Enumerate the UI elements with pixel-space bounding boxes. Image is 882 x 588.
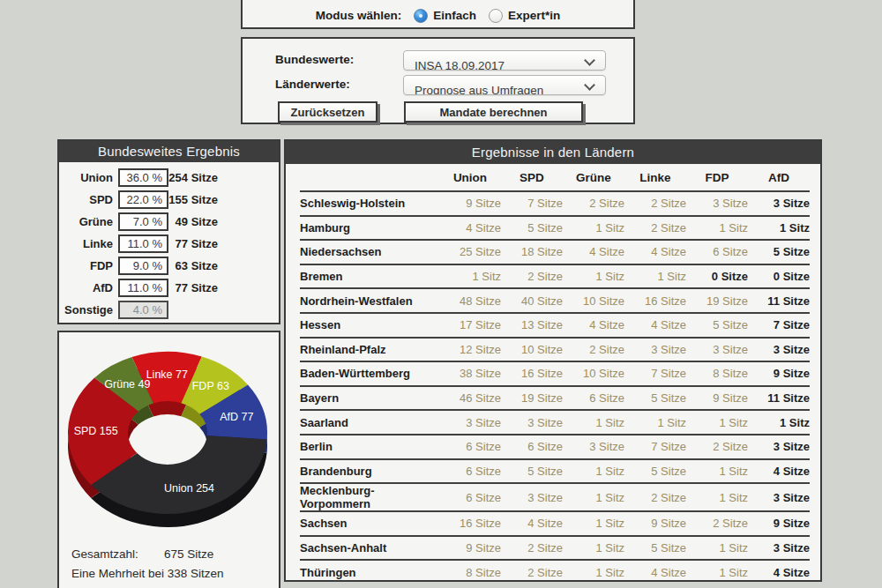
- state-column-header: [300, 164, 439, 191]
- seats-cell: 2 Sitze: [501, 560, 563, 584]
- state-name: Sachsen: [300, 511, 439, 536]
- seats-cell: 1 Sitz: [563, 410, 624, 435]
- seats-cell: 7 Sitze: [624, 435, 686, 459]
- radio-option-einfach[interactable]: Einfach: [414, 9, 476, 23]
- majority-text: Eine Mehrheit bei: [71, 567, 164, 580]
- seats-cell: 16 Sitze: [439, 511, 501, 536]
- bundeswerte-select[interactable]: INSA 18.09.2017: [403, 50, 606, 71]
- reset-button[interactable]: Zurücksetzen: [278, 101, 377, 123]
- seats-cell: 4 Sitze: [624, 313, 686, 338]
- seats-cell: 5 Sitze: [501, 216, 563, 241]
- seats-cell: 6 Sitze: [686, 240, 748, 264]
- table-row: Mecklenburg-Vorpommern6 Sitze3 Sitze1 Si…: [300, 483, 810, 511]
- seats-cell: 1 Sitz: [563, 459, 624, 484]
- chevron-down-icon: [584, 55, 595, 66]
- seats-cell: 3 Sitze: [686, 338, 748, 362]
- seats-cell: 2 Sitze: [686, 435, 748, 459]
- seats-cell: 19 Sitze: [686, 288, 748, 313]
- seats-cell: 6 Sitze: [439, 435, 501, 459]
- seats-cell: 3 Sitze: [624, 338, 686, 362]
- seats-cell: 6 Sitze: [439, 459, 501, 484]
- seats-cell: 8 Sitze: [439, 560, 501, 584]
- donut-label-spd: SPD 155: [74, 425, 118, 437]
- total-seats-value: 675 Sitze: [164, 547, 213, 561]
- laenderwerte-select[interactable]: Prognose aus Umfragen: [403, 75, 606, 95]
- bundeswerte-label: Bundeswerte:: [275, 53, 354, 66]
- seats-cell: 2 Sitze: [624, 191, 686, 216]
- seats-cell: 1 Sitz: [563, 536, 624, 561]
- chevron-down-icon: [584, 79, 595, 91]
- table-row: Hamburg4 Sitze5 Sitze1 Sitz2 Sitze1 Sitz…: [300, 216, 810, 241]
- seats-cell: 1 Sitz: [563, 216, 624, 241]
- seats-cell: 9 Sitze: [748, 361, 810, 386]
- seats-cell: 1 Sitz: [624, 264, 686, 289]
- table-row: Bremen1 Sitz2 Sitze1 Sitz1 Sitz0 Sitze0 …: [300, 264, 810, 289]
- state-name: Bayern: [300, 386, 439, 411]
- seats-cell: 5 Sitze: [501, 459, 563, 484]
- chart-totals: Gesamtzahl:675 Sitze Eine Mehrheit bei 3…: [59, 547, 279, 580]
- percent-input-spd[interactable]: [118, 190, 168, 209]
- table-row: Sachsen16 Sitze4 Sitze1 Sitz9 Sitze2 Sit…: [300, 511, 810, 536]
- seats-cell: 4 Sitze: [624, 560, 686, 584]
- seats-cell: 9 Sitze: [686, 386, 748, 411]
- seats-cell: 17 Sitze: [439, 313, 501, 338]
- seats-value: 49 Sitze: [168, 215, 218, 228]
- table-row: Saarland3 Sitze3 Sitze1 Sitz1 Sitz1 Sitz…: [300, 410, 810, 435]
- seats-cell: 38 Sitze: [439, 361, 501, 386]
- seats-cell: 2 Sitze: [501, 264, 563, 289]
- state-name: Nordrhein-Westfalen: [300, 288, 439, 313]
- seats-cell: 3 Sitze: [501, 410, 563, 435]
- seats-cell: 0 Sitze: [686, 264, 748, 289]
- percent-input-grüne[interactable]: [118, 212, 168, 231]
- seats-cell: 1 Sitz: [563, 483, 624, 511]
- seats-cell: 7 Sitze: [624, 361, 686, 386]
- table-row: Brandenburg6 Sitze5 Sitze1 Sitz5 Sitze1 …: [300, 459, 810, 484]
- seats-cell: 19 Sitze: [501, 386, 563, 411]
- table-row: Niedersachsen25 Sitze18 Sitze4 Sitze4 Si…: [300, 240, 810, 264]
- seats-cell: 4 Sitze: [624, 240, 686, 264]
- seats-cell: 2 Sitze: [624, 483, 686, 511]
- column-header-spd: SPD: [501, 164, 563, 191]
- federal-row-sonstige: Sonstige: [59, 301, 279, 319]
- percent-input-linke[interactable]: [118, 234, 168, 253]
- radio-selected-icon[interactable]: [414, 9, 428, 23]
- seats-cell: 1 Sitz: [686, 410, 748, 435]
- table-row: Nordrhein-Westfalen48 Sitze40 Sitze10 Si…: [300, 288, 810, 313]
- seats-cell: 2 Sitze: [563, 338, 624, 362]
- seats-cell: 1 Sitz: [686, 536, 748, 561]
- states-table: UnionSPDGrüneLinkeFDPAfD Schleswig-Holst…: [300, 164, 810, 584]
- seats-cell: 1 Sitz: [686, 483, 748, 511]
- values-form-box: Bundeswerte: INSA 18.09.2017 Länderwerte…: [241, 37, 635, 124]
- seat-distribution-donut-chart: Linke 77FDP 63AfD 77Union 254SPD 155Grün…: [59, 338, 279, 542]
- seats-cell: 3 Sitze: [439, 410, 501, 435]
- table-row: Schleswig-Holstein9 Sitze7 Sitze2 Sitze2…: [300, 191, 810, 216]
- percent-input-union[interactable]: [118, 168, 168, 187]
- seats-cell: 5 Sitze: [624, 536, 686, 561]
- federal-row-grüne: Grüne49 Sitze: [59, 212, 279, 231]
- state-name: Brandenburg: [300, 459, 439, 484]
- federal-row-afd: AfD77 Sitze: [59, 279, 279, 297]
- calculate-mandates-button[interactable]: Mandate berechnen: [404, 101, 583, 123]
- seats-value: 155 Sitze: [168, 193, 218, 206]
- seats-cell: 4 Sitze: [748, 560, 810, 584]
- percent-input-afd[interactable]: [118, 279, 168, 297]
- laenderwerte-label: Länderwerte:: [275, 78, 350, 91]
- state-name: Berlin: [300, 435, 439, 459]
- total-seats-label: Gesamtzahl:: [71, 547, 164, 561]
- federal-row-fdp: FDP63 Sitze: [59, 257, 279, 275]
- donut-label-union: Union 254: [164, 482, 214, 495]
- party-label: Grüne: [59, 215, 113, 228]
- column-header-grne: Grüne: [563, 164, 624, 191]
- radio-unselected-icon[interactable]: [489, 9, 503, 23]
- seats-cell: 1 Sitz: [563, 264, 624, 289]
- radio-einfach-label: Einfach: [433, 9, 476, 22]
- donut-chart-wrap: Linke 77FDP 63AfD 77Union 254SPD 155Grün…: [59, 338, 279, 546]
- percent-input-fdp[interactable]: [118, 257, 168, 275]
- radio-option-expertin[interactable]: Expert*in: [489, 9, 560, 23]
- state-name: Bremen: [300, 264, 439, 289]
- seats-cell: 3 Sitze: [748, 338, 810, 362]
- seat-chart-panel: Linke 77FDP 63AfD 77Union 254SPD 155Grün…: [57, 331, 280, 588]
- seats-cell: 9 Sitze: [439, 536, 501, 561]
- federal-row-linke: Linke77 Sitze: [59, 234, 279, 253]
- states-panel-title: Ergebnisse in den Ländern: [286, 141, 820, 164]
